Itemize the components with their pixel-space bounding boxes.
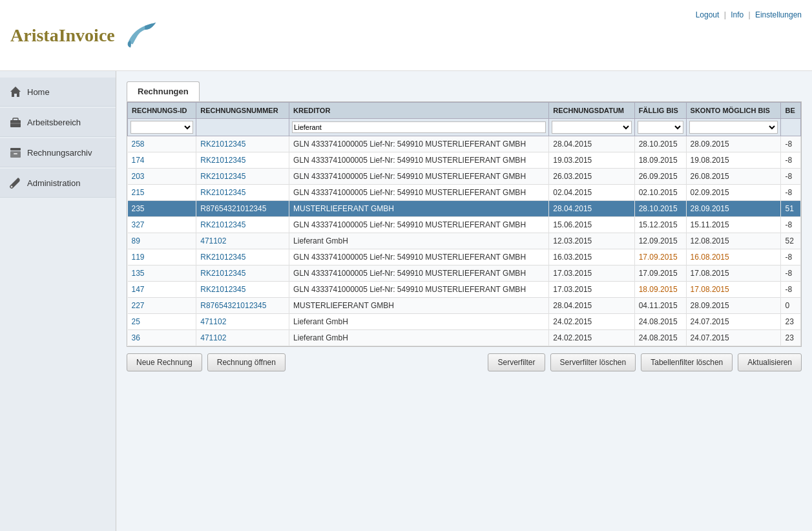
sidebar-item-label-arbeitsbereich: Arbeitsbereich bbox=[27, 118, 81, 127]
col-filter-skonto[interactable] bbox=[686, 119, 781, 136]
sidebar-item-rechnungsarchiv[interactable]: Rechnungsarchiv bbox=[0, 138, 116, 167]
table-row[interactable]: 89471102Lieferant GmbH12.03.201512.09.20… bbox=[128, 233, 801, 249]
logo-area: AristaInvoice bbox=[10, 19, 157, 52]
cell-skonto: 24.07.2015 bbox=[686, 314, 781, 330]
col-filter-id[interactable] bbox=[128, 119, 196, 136]
logo-bird-icon bbox=[118, 19, 157, 52]
aktualisieren-button[interactable]: Aktualisieren bbox=[738, 353, 802, 371]
cell-number[interactable]: R87654321012345 bbox=[196, 201, 289, 217]
table-row[interactable]: 227R87654321012345MUSTERLIEFERANT GMBH28… bbox=[128, 298, 801, 314]
table-row[interactable]: 215RK21012345GLN 4333741000005 Lief-Nr: … bbox=[128, 185, 801, 201]
cell-id[interactable]: 258 bbox=[128, 136, 196, 152]
cell-number[interactable]: RK21012345 bbox=[196, 185, 289, 201]
cell-date: 15.06.2015 bbox=[549, 217, 634, 233]
table-filter-row bbox=[128, 119, 801, 136]
logout-link[interactable]: Logout bbox=[696, 10, 720, 19]
cell-skonto: 02.09.2015 bbox=[686, 185, 781, 201]
col-filter-date[interactable] bbox=[549, 119, 634, 136]
cell-be: -8 bbox=[781, 266, 801, 282]
cell-skonto: 16.08.2015 bbox=[686, 249, 781, 266]
settings-link[interactable]: Einstellungen bbox=[755, 10, 802, 19]
cell-id[interactable]: 25 bbox=[128, 314, 196, 330]
cell-id[interactable]: 327 bbox=[128, 217, 196, 233]
cell-skonto: 28.09.2015 bbox=[686, 136, 781, 152]
cell-number[interactable]: RK21012345 bbox=[196, 282, 289, 298]
tab-rechnungen[interactable]: Rechnungen bbox=[127, 81, 200, 101]
cell-number[interactable]: 471102 bbox=[196, 314, 289, 330]
cell-be: 51 bbox=[781, 201, 801, 217]
table-row[interactable]: 119RK21012345GLN 4333741000005 Lief-Nr: … bbox=[128, 249, 801, 266]
cell-kreditor: GLN 4333741000005 Lief-Nr: 549910 MUSTER… bbox=[289, 249, 549, 266]
sidebar-item-administration[interactable]: Administration bbox=[0, 169, 116, 198]
filter-input-kreditor[interactable] bbox=[292, 121, 546, 133]
table-row[interactable]: 258RK21012345GLN 4333741000005 Lief-Nr: … bbox=[128, 136, 801, 152]
cell-due: 18.09.2015 bbox=[634, 282, 686, 298]
cell-id[interactable]: 147 bbox=[128, 282, 196, 298]
cell-number[interactable]: RK21012345 bbox=[196, 136, 289, 152]
table-row[interactable]: 36471102Lieferant GmbH24.02.201524.08.20… bbox=[128, 330, 801, 346]
cell-id[interactable]: 215 bbox=[128, 185, 196, 201]
cell-be: -8 bbox=[781, 249, 801, 266]
filter-select-due[interactable] bbox=[638, 121, 683, 134]
table-row[interactable]: 203RK21012345GLN 4333741000005 Lief-Nr: … bbox=[128, 169, 801, 185]
cell-number[interactable]: 471102 bbox=[196, 233, 289, 249]
cell-number[interactable]: RK21012345 bbox=[196, 249, 289, 266]
cell-id[interactable]: 227 bbox=[128, 298, 196, 314]
main-content: Rechnungen RECHNUNGS-IDRECHNUNGSNUMMERKR… bbox=[116, 71, 812, 531]
table-row[interactable]: 147RK21012345GLN 4333741000005 Lief-Nr: … bbox=[128, 282, 801, 298]
cell-date: 26.03.2015 bbox=[549, 169, 634, 185]
cell-due: 02.10.2015 bbox=[634, 185, 686, 201]
cell-be: -8 bbox=[781, 282, 801, 298]
rechnung-oeffnen-button[interactable]: Rechnung öffnen bbox=[207, 353, 286, 371]
cell-be: -8 bbox=[781, 185, 801, 201]
cell-number[interactable]: RK21012345 bbox=[196, 266, 289, 282]
cell-id[interactable]: 89 bbox=[128, 233, 196, 249]
cell-id[interactable]: 203 bbox=[128, 169, 196, 185]
filter-select-skonto[interactable] bbox=[689, 121, 778, 134]
table-row[interactable]: 235R87654321012345MUSTERLIEFERANT GMBH28… bbox=[128, 201, 801, 217]
cell-date: 28.04.2015 bbox=[549, 201, 634, 217]
svg-rect-4 bbox=[10, 148, 21, 151]
svg-marker-0 bbox=[10, 87, 21, 97]
cell-id[interactable]: 174 bbox=[128, 152, 196, 169]
cell-number[interactable]: RK21012345 bbox=[196, 217, 289, 233]
cell-kreditor: Lieferant GmbH bbox=[289, 233, 549, 249]
neue-rechnung-button[interactable]: Neue Rechnung bbox=[127, 353, 202, 371]
sidebar-item-home[interactable]: Home bbox=[0, 78, 116, 107]
sidebar-item-arbeitsbereich[interactable]: Arbeitsbereich bbox=[0, 108, 116, 137]
scroll-area[interactable]: RECHNUNGS-IDRECHNUNGSNUMMERKREDITORRECHN… bbox=[127, 102, 801, 346]
cell-be: -8 bbox=[781, 217, 801, 233]
filter-select-id[interactable] bbox=[130, 121, 193, 134]
filter-select-date[interactable] bbox=[552, 121, 631, 134]
cell-number[interactable]: RK21012345 bbox=[196, 169, 289, 185]
tabellenfilter-loeschen-button[interactable]: Tabellenfilter löschen bbox=[641, 353, 733, 371]
cell-date: 19.03.2015 bbox=[549, 152, 634, 169]
cell-due: 12.09.2015 bbox=[634, 233, 686, 249]
table-row[interactable]: 25471102Lieferant GmbH24.02.201524.08.20… bbox=[128, 314, 801, 330]
col-filter-due[interactable] bbox=[634, 119, 686, 136]
table-row[interactable]: 135RK21012345GLN 4333741000005 Lief-Nr: … bbox=[128, 266, 801, 282]
col-filter-kreditor[interactable] bbox=[289, 119, 549, 136]
wrench-icon bbox=[9, 176, 22, 189]
cell-id[interactable]: 119 bbox=[128, 249, 196, 266]
cell-skonto: 28.09.2015 bbox=[686, 201, 781, 217]
cell-id[interactable]: 36 bbox=[128, 330, 196, 346]
info-link[interactable]: Info bbox=[731, 10, 744, 19]
table-body: 258RK21012345GLN 4333741000005 Lief-Nr: … bbox=[128, 136, 801, 346]
cell-number[interactable]: RK21012345 bbox=[196, 152, 289, 169]
cell-due: 28.10.2015 bbox=[634, 136, 686, 152]
table-row[interactable]: 174RK21012345GLN 4333741000005 Lief-Nr: … bbox=[128, 152, 801, 169]
cell-due: 24.08.2015 bbox=[634, 314, 686, 330]
serverfilter-button[interactable]: Serverfilter bbox=[488, 353, 545, 371]
cell-skonto: 17.08.2015 bbox=[686, 282, 781, 298]
cell-number[interactable]: 471102 bbox=[196, 330, 289, 346]
cell-id[interactable]: 135 bbox=[128, 266, 196, 282]
layout: HomeArbeitsbereichRechnungsarchivAdminis… bbox=[0, 71, 812, 531]
cell-number[interactable]: R87654321012345 bbox=[196, 298, 289, 314]
table-row[interactable]: 327RK21012345GLN 4333741000005 Lief-Nr: … bbox=[128, 217, 801, 233]
cell-be: 52 bbox=[781, 233, 801, 249]
serverfilter-loeschen-button[interactable]: Serverfilter löschen bbox=[550, 353, 636, 371]
sidebar: HomeArbeitsbereichRechnungsarchivAdminis… bbox=[0, 71, 116, 531]
cell-id[interactable]: 235 bbox=[128, 201, 196, 217]
cell-date: 17.03.2015 bbox=[549, 282, 634, 298]
